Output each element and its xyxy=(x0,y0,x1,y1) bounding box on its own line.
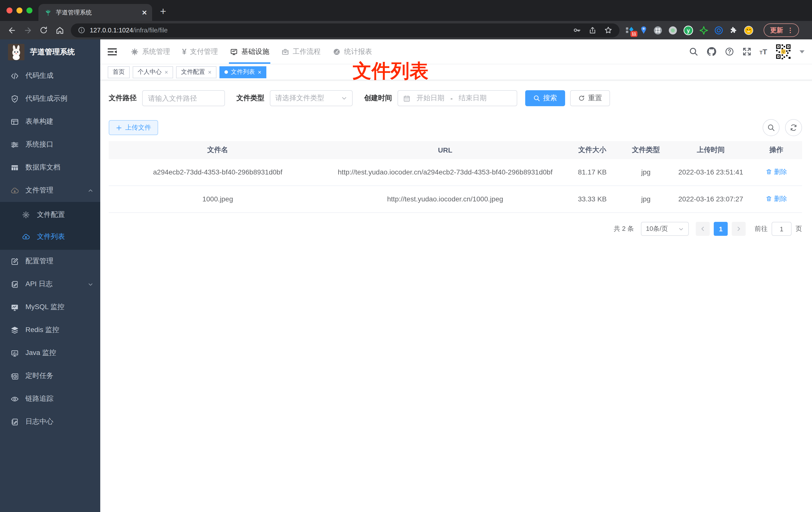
new-tab-button[interactable]: + xyxy=(156,4,170,19)
bookmark-star-icon[interactable] xyxy=(604,26,612,34)
share-icon[interactable] xyxy=(588,26,597,34)
refresh-table-button[interactable] xyxy=(785,119,802,136)
toggle-search-button[interactable] xyxy=(763,119,780,136)
zoom-window-button[interactable] xyxy=(26,7,32,13)
profile-avatar-emoji[interactable] xyxy=(744,25,754,35)
prev-page-button[interactable] xyxy=(696,222,710,236)
top-navigation: 系统管理 ¥ 支付管理 基础设施 工作流程 xyxy=(125,39,378,64)
home-icon[interactable] xyxy=(53,24,66,37)
extensions-puzzle-icon[interactable] xyxy=(729,26,738,34)
tab-title: 芋道管理系统 xyxy=(56,8,138,17)
trash-icon xyxy=(765,195,772,202)
avatar-caret-down-icon[interactable] xyxy=(800,50,805,53)
site-info-icon[interactable] xyxy=(78,26,85,34)
extension-bookmark-icon[interactable]: 11 xyxy=(626,26,634,34)
avatar-qr-code[interactable] xyxy=(775,43,791,60)
trash-icon xyxy=(765,169,772,175)
sidebar-item-tracing[interactable]: 链路追踪 xyxy=(0,387,100,410)
extension-rings-icon[interactable] xyxy=(714,26,723,35)
page-size-select[interactable]: 10条/页 xyxy=(641,222,689,236)
search-icon[interactable] xyxy=(689,47,698,56)
fullscreen-icon[interactable] xyxy=(742,47,751,56)
help-icon[interactable] xyxy=(724,47,734,56)
extension-pin-icon[interactable] xyxy=(640,26,647,34)
next-page-button[interactable] xyxy=(732,222,746,236)
table-header-row: 文件名 URL 文件大小 文件类型 上传时间 操作 xyxy=(109,141,802,159)
file-path-input[interactable] xyxy=(142,90,225,106)
extension-command-icon[interactable] xyxy=(654,26,662,35)
close-icon[interactable]: × xyxy=(258,68,261,76)
sidebar-item-file-management[interactable]: 文件管理 xyxy=(0,179,100,202)
sidebar-item-mysql-monitor[interactable]: MySQL 监控 xyxy=(0,296,100,319)
extension-star-icon[interactable] xyxy=(699,26,708,35)
sidebar: 芋道管理系统 代码生成 代码生成示例 表单构建 系统接口 xyxy=(0,39,100,512)
topnav-item-infrastructure[interactable]: 基础设施 xyxy=(224,39,275,64)
search-icon xyxy=(767,124,775,131)
tag-file-config[interactable]: 文件配置 × xyxy=(176,66,216,78)
toolbar-right-actions xyxy=(763,119,802,136)
browser-menu-icon[interactable]: ⋮ xyxy=(787,26,793,34)
github-icon[interactable] xyxy=(706,47,717,57)
sidebar-menu: 代码生成 代码生成示例 表单构建 系统接口 数据库文档 xyxy=(0,64,100,433)
close-icon[interactable]: × xyxy=(165,68,168,76)
chrome-update-button[interactable]: 更新 ⋮ xyxy=(764,24,799,37)
goto-unit: 页 xyxy=(795,224,802,233)
sidebar-collapse-icon[interactable] xyxy=(108,48,117,56)
topnav-item-system[interactable]: 系统管理 xyxy=(125,39,176,64)
report-icon xyxy=(333,48,341,56)
tab-close-icon[interactable]: ✕ xyxy=(142,9,147,16)
cell-uploadtime: 2022-03-16 23:51:41 xyxy=(671,159,751,186)
tag-file-list[interactable]: 文件列表 × xyxy=(220,66,266,78)
reload-icon[interactable] xyxy=(37,24,50,37)
topnav-item-workflow[interactable]: 工作流程 xyxy=(275,39,327,64)
filter-form: 文件路径 文件类型 请选择文件类型 创建时间 开始日期 - 结束日期 xyxy=(109,90,802,106)
font-size-icon[interactable]: TT xyxy=(759,48,767,55)
browser-tab[interactable]: 芋道管理系统 ✕ xyxy=(38,4,152,21)
chevron-down-icon xyxy=(678,226,684,232)
sidebar-item-system-api[interactable]: 系统接口 xyxy=(0,133,100,156)
sidebar-item-code-gen[interactable]: 代码生成 xyxy=(0,64,100,87)
sidebar-item-redis-monitor[interactable]: Redis 监控 xyxy=(0,319,100,341)
delete-button[interactable]: 删除 xyxy=(765,166,787,178)
upload-file-button[interactable]: 上传文件 xyxy=(109,120,158,135)
header-actions: TT xyxy=(689,43,805,60)
topnav-item-payment[interactable]: ¥ 支付管理 xyxy=(176,39,224,64)
sidebar-item-api-log[interactable]: API 日志 xyxy=(0,273,100,296)
sidebar-item-file-list[interactable]: 文件列表 xyxy=(0,226,100,248)
date-range-picker[interactable]: 开始日期 - 结束日期 xyxy=(398,90,517,106)
sidebar-item-form-builder[interactable]: 表单构建 xyxy=(0,110,100,133)
tag-profile[interactable]: 个人中心 × xyxy=(133,66,173,78)
extension-y-icon[interactable]: y xyxy=(683,25,693,35)
extension-recorder-icon[interactable] xyxy=(668,26,677,35)
forward-icon[interactable] xyxy=(21,24,34,37)
minimize-window-button[interactable] xyxy=(17,7,23,13)
cell-uploadtime: 2022-03-16 23:07:27 xyxy=(671,186,751,213)
sidebar-item-config-management[interactable]: 配置管理 xyxy=(0,250,100,273)
search-button[interactable]: 搜索 xyxy=(525,90,565,106)
password-key-icon[interactable] xyxy=(573,26,581,34)
back-icon[interactable] xyxy=(5,24,19,37)
cell-filename: 1000.jpeg xyxy=(109,186,327,213)
close-icon[interactable]: × xyxy=(208,68,211,76)
file-type-select[interactable]: 请选择文件类型 xyxy=(270,90,353,106)
sidebar-item-code-gen-demo[interactable]: 代码生成示例 xyxy=(0,87,100,110)
tag-home[interactable]: 首页 xyxy=(108,66,130,78)
sidebar-item-file-config[interactable]: 文件配置 xyxy=(0,204,100,226)
sidebar-item-db-doc[interactable]: 数据库文档 xyxy=(0,156,100,179)
chevron-up-icon xyxy=(88,188,93,193)
end-date-placeholder: 结束日期 xyxy=(459,94,487,103)
page-number-1[interactable]: 1 xyxy=(714,222,728,236)
url-path: /infra/file/file xyxy=(133,26,168,34)
yen-icon: ¥ xyxy=(182,48,186,56)
reset-button[interactable]: 重置 xyxy=(570,90,610,106)
delete-button[interactable]: 删除 xyxy=(765,193,787,204)
cloud-upload-icon xyxy=(22,233,30,241)
close-window-button[interactable] xyxy=(6,7,12,13)
sidebar-item-scheduled-tasks[interactable]: 定时任务 xyxy=(0,364,100,387)
sidebar-item-log-center[interactable]: 日志中心 xyxy=(0,410,100,433)
goto-page-input[interactable] xyxy=(772,222,791,236)
sliders-icon xyxy=(10,140,19,149)
sidebar-item-java-monitor[interactable]: Java 监控 xyxy=(0,341,100,364)
chevron-right-icon xyxy=(736,226,742,232)
address-bar[interactable]: 127.0.0.1:1024 /infra/file/file xyxy=(71,23,619,37)
